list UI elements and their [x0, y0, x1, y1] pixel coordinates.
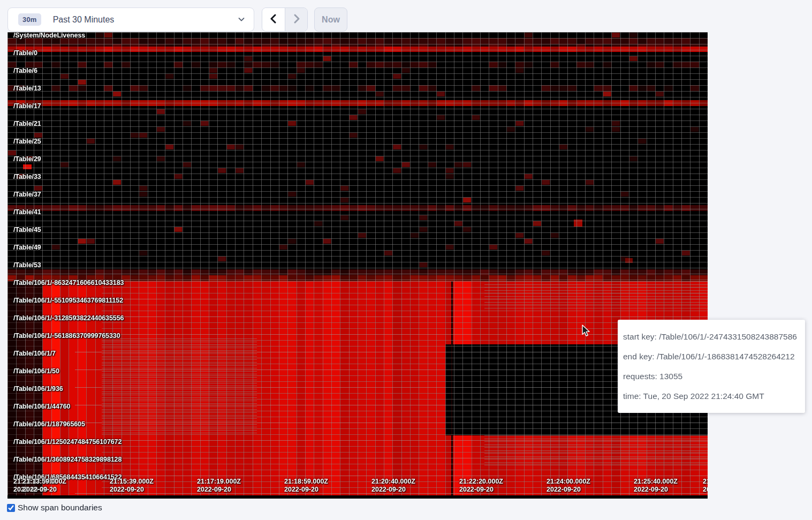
cell-tooltip: start key: /Table/106/1/-247433150824388… [618, 320, 805, 413]
chevron-down-icon [238, 16, 245, 25]
time-nav-group [262, 7, 308, 32]
now-button[interactable]: Now [314, 7, 347, 32]
show-span-boundaries-label: Show span boundaries [18, 503, 102, 513]
keyviz-page: 30m Past 30 Minutes Now /System/NodeLive… [0, 0, 812, 520]
tooltip-requests: requests: 13055 [623, 366, 800, 386]
chevron-right-icon [292, 13, 301, 26]
tooltip-end-key: end key: /Table/106/1/-18683814745282642… [623, 346, 800, 366]
tooltip-start-key: start key: /Table/106/1/-247433150824388… [623, 327, 800, 346]
chevron-left-icon [269, 13, 278, 26]
previous-window-button[interactable] [262, 8, 285, 31]
keyviz-map: /System/NodeLiveness/Table/0/Table/6/Tab… [7, 32, 708, 499]
next-window-button[interactable] [285, 8, 307, 31]
heatmap-canvas[interactable] [7, 32, 708, 499]
time-window-select[interactable]: 30m Past 30 Minutes [7, 7, 254, 32]
tooltip-time: time: Tue, 20 Sep 2022 21:24:40 GMT [623, 386, 800, 406]
show-span-boundaries-row[interactable]: Show span boundaries [7, 503, 102, 513]
time-window-badge: 30m [18, 13, 41, 26]
time-window-label: Past 30 Minutes [53, 15, 115, 25]
show-span-boundaries-checkbox[interactable] [7, 504, 15, 512]
toolbar: 30m Past 30 Minutes Now [7, 7, 347, 32]
